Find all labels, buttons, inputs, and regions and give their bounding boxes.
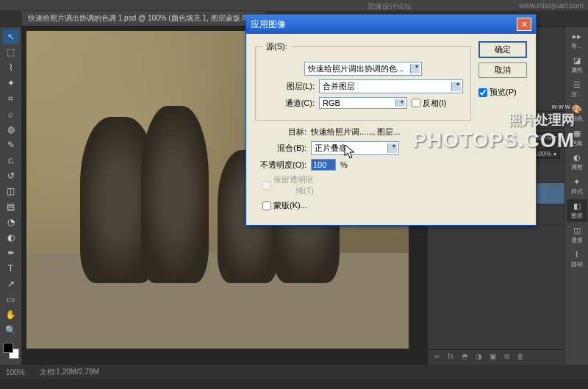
tab-collapse[interactable]: ▸▸导...	[567, 29, 587, 52]
cancel-button[interactable]: 取消	[478, 63, 527, 78]
adjustment-icon[interactable]: ◑	[473, 352, 484, 363]
close-icon[interactable]: ✕	[517, 18, 531, 31]
tab-color[interactable]: 🎨颜色	[567, 102, 587, 125]
layer-select[interactable]: 合并图层	[319, 79, 463, 93]
watermark-site: www.missyuan.com	[519, 1, 584, 10]
eyedropper-tool[interactable]: ⌕	[3, 107, 19, 121]
dialog-titlebar[interactable]: 应用图像 ✕	[246, 15, 536, 34]
wand-tool[interactable]: ✦	[3, 76, 19, 90]
opacity-unit: %	[340, 160, 348, 169]
new-layer-icon[interactable]: ⧉	[501, 352, 512, 363]
invert-checkbox[interactable]: 反相(I)	[412, 98, 463, 109]
preserve-trans-checkbox: 保留透明区域(T)	[262, 174, 314, 196]
tab-attr[interactable]: ◪属性	[567, 54, 587, 76]
history-brush-tool[interactable]: ↺	[3, 168, 19, 183]
mask-checkbox[interactable]: 蒙版(K)...	[262, 200, 314, 211]
stamp-tool[interactable]: ⎌	[3, 153, 19, 168]
hand-tool[interactable]: ✋	[3, 307, 19, 322]
blur-tool[interactable]: ◔	[3, 215, 19, 229]
tab-paths[interactable]: ⌇路径	[567, 248, 587, 271]
preview-checkbox[interactable]: 预览(P)	[478, 87, 527, 98]
fx-icon[interactable]: fx	[445, 352, 456, 363]
status-bar: 100% 文档:1.20M/2.79M	[0, 365, 588, 379]
opacity-label: 不透明度(O):	[255, 160, 306, 171]
doc-size: 文档:1.20M/2.79M	[40, 367, 99, 377]
trash-icon[interactable]: 🗑	[514, 352, 526, 363]
tab-styles[interactable]: ✦样式	[567, 175, 587, 198]
ok-button[interactable]: 确定	[478, 41, 527, 58]
channel-select[interactable]: RGB	[319, 97, 407, 109]
zoom-level[interactable]: 100%	[6, 368, 25, 376]
gradient-tool[interactable]: ▤	[3, 199, 19, 214]
toolbox: ↖ ⬚ ⌇ ✦ ⌗ ⌕ ◍ ✎ ⎌ ↺ ◫ ▤ ◔ ◐ ✒ T ↗ ▭ ✋ 🔍	[0, 26, 22, 365]
heal-tool[interactable]: ◍	[3, 122, 19, 137]
tab-swatch[interactable]: ▦色板	[567, 126, 587, 149]
mask-input[interactable]	[262, 201, 271, 210]
preserve-trans-input	[262, 181, 271, 190]
source-select[interactable]: 快速给照片调出协调的色...	[304, 62, 422, 76]
opacity-input[interactable]	[311, 159, 336, 171]
filter-smart-icon[interactable]: ▣	[550, 115, 560, 125]
channel-label: 通道(C):	[263, 98, 315, 109]
options-bar	[0, 0, 588, 10]
move-tool[interactable]: ↖	[3, 29, 19, 44]
group-icon[interactable]: ▣	[487, 352, 498, 363]
tab-adjust[interactable]: ◐调整	[567, 151, 587, 174]
pen-tool[interactable]: ✒	[3, 246, 19, 260]
source-legend: 源(S):	[263, 41, 290, 52]
tab-history[interactable]: ☰历...	[567, 78, 587, 101]
filter-shape-icon[interactable]: ▱	[538, 115, 548, 125]
preview-input[interactable]	[478, 88, 487, 97]
source-fieldset: 源(S): 快速给照片调出协调的色... 图层(L): 合并图层 通道(C): …	[255, 41, 471, 121]
mask-icon[interactable]: ◓	[459, 352, 470, 363]
tab-layers[interactable]: ◧图层	[567, 199, 587, 222]
blend-label: 混合(B):	[255, 143, 306, 154]
watermark-forum: 思缘设计论坛	[368, 1, 412, 12]
link-layers-icon[interactable]: ∞	[431, 352, 442, 363]
crop-tool[interactable]: ⌗	[3, 91, 19, 106]
color-swatch[interactable]	[3, 343, 19, 359]
eraser-tool[interactable]: ◫	[3, 184, 19, 199]
target-label: 目标:	[255, 126, 306, 138]
tab-channels[interactable]: ◫通道	[567, 224, 587, 246]
dialog-title: 应用图像	[251, 18, 286, 31]
dodge-tool[interactable]: ◐	[3, 230, 19, 245]
path-select-tool[interactable]: ↗	[3, 276, 19, 291]
panel-tabs: ▸▸导... ◪属性 ☰历... 🎨颜色 ▦色板 ◐调整 ✦样式 ◧图层 ◫通道…	[564, 26, 588, 365]
brush-tool[interactable]: ✎	[3, 138, 19, 152]
lasso-tool[interactable]: ⌇	[3, 60, 19, 75]
type-tool[interactable]: T	[3, 261, 19, 276]
invert-input[interactable]	[412, 99, 420, 107]
apply-image-dialog: 应用图像 ✕ 源(S): 快速给照片调出协调的色... 图层(L): 合并图层 …	[245, 14, 537, 226]
marquee-tool[interactable]: ⬚	[3, 45, 19, 60]
fg-color[interactable]	[3, 343, 13, 353]
blend-select[interactable]: 正片叠底	[311, 141, 399, 155]
tab-title: 快速给照片调出协调的色调 1.psd @ 100% (颜色填充 1, 图层蒙版 …	[28, 13, 251, 24]
document-tab[interactable]: 快速给照片调出协调的色调 1.psd @ 100% (颜色填充 1, 图层蒙版 …	[22, 11, 265, 26]
target-value: 快速给照片调......, 图层...	[311, 126, 401, 138]
layers-footer: ∞ fx ◓ ◑ ▣ ⧉ 🗑	[428, 349, 564, 365]
shape-tool[interactable]: ▭	[3, 292, 19, 307]
zoom-tool[interactable]: 🔍	[3, 323, 19, 338]
layer-label: 图层(L):	[263, 81, 315, 92]
